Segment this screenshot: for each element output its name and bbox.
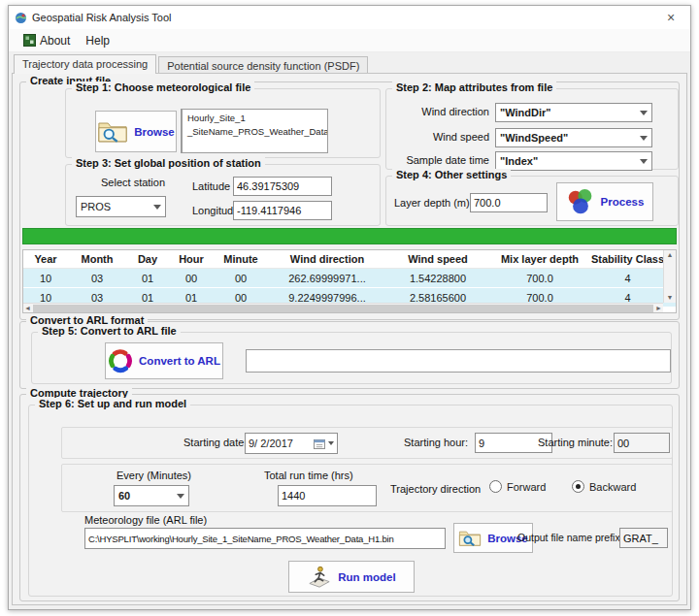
wind-speed-select[interactable]: "WindSpeed" [495,128,652,147]
layer-depth-label: Layer depth (m) [394,197,470,209]
tab-psdf[interactable]: Potential source density function (PSDF) [158,56,368,74]
every-minutes-select[interactable]: 60 [114,485,189,506]
table-cell: 01 [169,292,214,304]
vertical-scrollbar[interactable]: ▲ ▼ [663,250,676,303]
total-run-time-label: Total run time (hrs) [264,470,353,481]
scroll-left-icon[interactable]: ◄ [23,304,32,313]
screen: Geospatial Risk Analysis Tool × About He… [0,0,699,616]
column-header: Wind direction [268,253,386,265]
table-cell: 2.58165600 [386,292,489,304]
longitude-input[interactable] [233,201,332,220]
table-cell: 03 [68,273,126,284]
about-icon [23,34,36,47]
starting-date-label: Starting date: [183,437,247,448]
starting-date-value: 9/ 2/2017 [249,438,293,449]
table-cell: 700.0 [489,292,590,304]
radio-backward[interactable]: Backward [572,480,636,493]
column-header: Wind speed [386,253,489,265]
browse-met-file-label: Browse [134,126,175,138]
table-cell: 00 [214,273,268,284]
tab-trajectory-data-processing[interactable]: Trajectory data processing [14,54,156,74]
convert-to-arl-button[interactable]: Convert to ARL [105,342,223,379]
table-row[interactable]: 1003010000262.69999971...1.54228800700.0… [23,269,676,288]
met-arl-file-label: Meteorology file (ARL file) [84,514,207,526]
calendar-icon [314,438,325,449]
run-settings-panel: Every (Minutes) 60 Total run time (hrs) … [61,464,673,512]
chevron-down-icon [640,111,648,115]
run-model-button[interactable]: Run model [288,561,415,593]
title-bar: Geospatial Risk Analysis Tool × [9,6,690,29]
starting-minute-input[interactable] [614,433,670,453]
met-arl-file-input[interactable] [84,528,446,549]
starting-date-picker[interactable]: 9/ 2/2017 [245,433,338,454]
step3-group: Step 3: Set global position of station S… [65,164,381,226]
met-csv-filename-line2: _SiteName_PROS_Weather_Data.csv [187,125,325,139]
horizontal-scrollbar[interactable]: ◄ ► [23,303,663,312]
menu-help-label: Help [85,34,110,48]
table-body: 1003010000262.69999971...1.54228800700.0… [23,269,676,308]
window-title: Geospatial Risk Analysis Tool [32,12,171,23]
table-cell: 4 [590,273,665,284]
convert-arl-group: Convert to ARL format Step 5: Convert to… [19,321,680,389]
output-prefix-label: Output file name prefix [517,532,620,543]
close-icon[interactable]: × [657,8,684,27]
start-time-panel: Starting date: 9/ 2/2017 Starting hour: … [61,427,673,459]
table-cell: 262.69999971... [268,273,386,284]
scroll-right-icon[interactable]: ► [654,304,663,313]
chevron-down-icon [153,205,161,210]
output-prefix-input[interactable] [619,528,668,548]
wind-direction-select[interactable]: "WindDir" [495,103,652,122]
menu-about[interactable]: About [16,31,78,50]
starting-minute-label: Starting minute: [538,437,613,448]
create-input-file-group: Create input file Step 1: Choose meteoro… [19,81,680,320]
menu-about-label: About [40,34,70,48]
tab-page: Create input file Step 1: Choose meteoro… [12,73,687,605]
scrollbar-thumb[interactable] [33,305,653,312]
latitude-input[interactable] [233,177,332,196]
step3-caption: Step 3: Set global position of station [72,157,265,169]
table-cell: 1.54228800 [386,273,489,284]
layer-depth-input[interactable] [470,193,548,212]
browse-met-file-button[interactable]: Browse [95,111,177,152]
app-icon [15,12,27,24]
step4-caption: Step 4: Other settings [392,169,511,180]
total-run-time-input[interactable] [278,485,377,506]
backward-label: Backward [589,481,636,493]
weather-data-table: YearMonthDayHourMinuteWind directionWind… [22,249,677,313]
process-progress-bar [22,228,677,244]
step2-caption: Step 2: Map attributes from file [392,81,556,93]
table-cell: 00 [169,273,214,284]
radio-backward-icon [572,480,584,493]
chevron-down-icon [640,159,648,164]
radio-forward[interactable]: Forward [489,480,546,493]
scroll-up-icon[interactable]: ▲ [666,250,675,260]
scroll-down-icon[interactable]: ▼ [666,293,675,303]
station-value: PROS [81,201,150,212]
every-minutes-label: Every (Minutes) [116,470,191,481]
step2-group: Step 2: Map attributes from file Wind di… [385,88,679,170]
menu-help[interactable]: Help [78,31,117,50]
step5-caption: Step 5: Convert to ARL file [38,325,181,337]
table-cell: 9.2249997996... [268,292,386,304]
table-cell: 01 [126,273,169,284]
forward-label: Forward [507,481,546,493]
wind-speed-value: "WindSpeed" [500,132,637,144]
folder-search-icon [97,119,128,144]
tab-strip: Trajectory data processing Potential sou… [9,53,690,74]
process-button[interactable]: Process [556,182,653,221]
chevron-down-icon [640,136,648,141]
sample-date-time-select[interactable]: "Index" [495,151,652,171]
folder-search-icon [458,529,482,547]
table-cell: 03 [68,292,126,304]
column-header: Month [68,253,126,265]
met-csv-filename-box[interactable]: Hourly_Site_1 _SiteName_PROS_Weather_Dat… [181,109,328,153]
wind-direction-value: "WindDir" [500,107,637,118]
column-header: Hour [169,253,214,265]
table-cell: 10 [23,273,68,284]
step6-caption: Step 6: Set up and run model [35,398,190,409]
every-minutes-value: 60 [118,490,174,502]
runner-icon [307,566,332,589]
station-select[interactable]: PROS [76,196,166,217]
sample-date-time-value: "Index" [500,155,637,167]
column-header: Year [23,253,68,265]
